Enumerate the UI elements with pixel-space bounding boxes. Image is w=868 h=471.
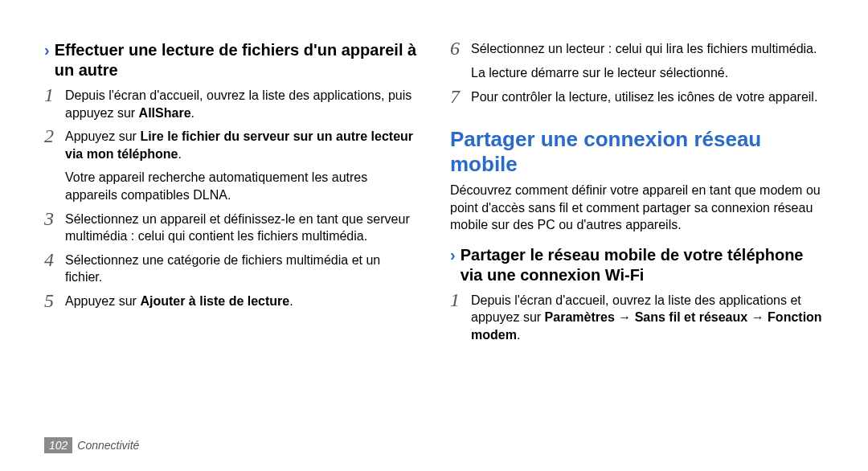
step-number: 6: [450, 39, 471, 58]
arrow-sep: →: [747, 310, 768, 324]
right-subheading-text: Partager le réseau mobile de votre télép…: [461, 245, 824, 285]
step-1: 1 Depuis l'écran d'accueil, ouvrez la li…: [44, 87, 418, 121]
right-step-1: 1 Depuis l'écran d'accueil, ouvrez la li…: [450, 292, 824, 344]
step-number: 2: [44, 126, 65, 145]
step-bold: Ajouter à liste de lecture: [140, 294, 289, 308]
step-6-after: La lecture démarre sur le lecteur sélect…: [471, 64, 824, 82]
step-bold: Sans fil et réseaux: [635, 310, 748, 324]
step-body: Sélectionnez une catégorie de fichiers m…: [65, 252, 418, 286]
chevron-icon: ›: [450, 245, 456, 265]
chevron-icon: ›: [44, 40, 50, 60]
step-text: Appuyez sur: [65, 294, 140, 308]
step-4: 4 Sélectionnez une catégorie de fichiers…: [44, 252, 418, 286]
step-body: Appuyez sur Ajouter à liste de lecture.: [65, 293, 293, 310]
step-text: Depuis l'écran d'accueil, ouvrez la list…: [65, 88, 411, 120]
step-2-after: Votre appareil recherche automatiquement…: [65, 169, 418, 203]
step-number: 3: [44, 209, 65, 228]
step-body: Sélectionnez un appareil et définissez-l…: [65, 211, 418, 245]
step-5: 5 Appuyez sur Ajouter à liste de lecture…: [44, 293, 418, 310]
step-text-end: .: [178, 147, 181, 161]
arrow-sep: →: [615, 310, 635, 324]
step-number: 5: [44, 291, 65, 310]
step-number: 1: [450, 290, 471, 309]
step-2: 2 Appuyez sur Lire le fichier du serveur…: [44, 128, 418, 162]
page-number: 102: [44, 437, 72, 453]
step-text-end: .: [191, 106, 194, 120]
step-body: Pour contrôler la lecture, utilisez les …: [471, 88, 817, 106]
step-text-end: .: [289, 294, 293, 308]
left-subheading-text: Effectuer une lecture de fichiers d'un a…: [55, 40, 418, 80]
section-title: Partager une connexion réseau mobile: [450, 127, 824, 177]
step-number: 7: [450, 87, 471, 106]
left-subheading: › Effectuer une lecture de fichiers d'un…: [44, 40, 418, 80]
step-bold: AllShare: [139, 106, 191, 120]
footer-section-name: Connectivité: [77, 439, 139, 452]
step-7: 7 Pour contrôler la lecture, utilisez le…: [450, 88, 824, 106]
page: › Effectuer une lecture de fichiers d'un…: [0, 0, 868, 471]
step-text: Appuyez sur: [65, 129, 140, 143]
step-body: Appuyez sur Lire le fichier du serveur s…: [65, 128, 418, 162]
step-body: Depuis l'écran d'accueil, ouvrez la list…: [65, 87, 418, 121]
step-bold: Paramètres: [545, 310, 615, 324]
step-number: 1: [44, 85, 65, 104]
section-intro: Découvrez comment définir votre appareil…: [450, 182, 824, 234]
page-footer: 102 Connectivité: [44, 437, 139, 453]
step-3: 3 Sélectionnez un appareil et définissez…: [44, 211, 418, 245]
step-number: 4: [44, 250, 65, 269]
step-body: Sélectionnez un lecteur : celui qui lira…: [471, 40, 817, 58]
step-body: Depuis l'écran d'accueil, ouvrez la list…: [471, 292, 824, 344]
step-text-end: .: [517, 328, 520, 342]
right-column: 6 Sélectionnez un lecteur : celui qui li…: [450, 40, 824, 447]
step-6: 6 Sélectionnez un lecteur : celui qui li…: [450, 40, 824, 58]
left-column: › Effectuer une lecture de fichiers d'un…: [44, 40, 418, 447]
right-subheading: › Partager le réseau mobile de votre tél…: [450, 245, 824, 285]
